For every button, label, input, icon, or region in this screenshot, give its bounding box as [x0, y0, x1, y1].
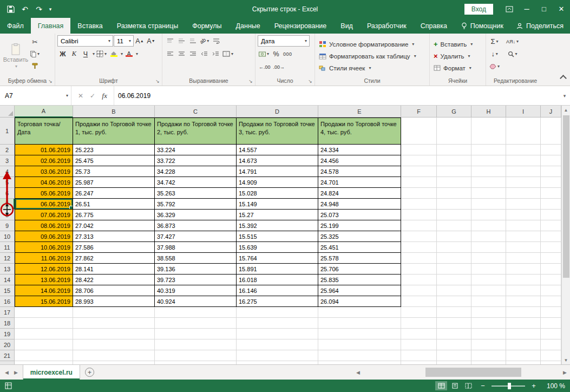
cell-H6[interactable]: [471, 188, 506, 199]
merge-center-button[interactable]: ▾: [221, 48, 234, 60]
cell-D2[interactable]: 14.557: [237, 145, 318, 155]
col-header-B[interactable]: B: [73, 106, 155, 117]
cell-G22[interactable]: [437, 361, 471, 364]
cell-F22[interactable]: [401, 361, 437, 364]
cell-C9[interactable]: 36.873: [155, 220, 237, 231]
cell-C11[interactable]: 37.988: [155, 242, 237, 253]
borders-button[interactable]: ▾: [95, 48, 108, 60]
zoom-slider[interactable]: [492, 386, 525, 387]
bottom-align-button[interactable]: [187, 35, 198, 47]
cell-C1[interactable]: Продажи по Торговой точке 2, тыс. руб.: [155, 117, 237, 145]
expand-formula-bar-button[interactable]: ▾: [559, 93, 570, 99]
cell-H1[interactable]: [471, 117, 506, 145]
save-button[interactable]: [4, 3, 17, 16]
row-header-5[interactable]: 5: [0, 177, 15, 188]
cell-C17[interactable]: [155, 307, 237, 318]
cell-D16[interactable]: 16.275: [237, 296, 318, 307]
zoom-out-button[interactable]: −: [479, 382, 487, 390]
cell-A20[interactable]: [15, 339, 73, 350]
row-header-12[interactable]: 12: [0, 253, 15, 264]
cell-I22[interactable]: [506, 361, 541, 364]
find-select-button[interactable]: ▾: [505, 48, 520, 60]
col-header-J[interactable]: J: [541, 106, 561, 117]
ribbon-display-options-button[interactable]: [501, 0, 518, 18]
col-header-A[interactable]: A: [15, 106, 73, 117]
cell-F21[interactable]: [401, 350, 437, 361]
cell-I3[interactable]: [506, 155, 541, 166]
row-header-22[interactable]: 22: [0, 361, 15, 364]
cell-I10[interactable]: [506, 231, 541, 242]
cell-A4[interactable]: 03.06.2019: [15, 166, 73, 177]
insert-cells-button[interactable]: + Вставить▾: [432, 38, 483, 50]
cell-I6[interactable]: [506, 188, 541, 199]
sign-in-button[interactable]: Вход: [464, 4, 493, 15]
cell-J2[interactable]: [541, 145, 561, 155]
cell-F6[interactable]: [401, 188, 437, 199]
cell-A16[interactable]: 15.06.2019: [15, 296, 73, 307]
cell-H20[interactable]: [471, 339, 506, 350]
cell-B8[interactable]: 26.775: [73, 210, 155, 220]
cell-H19[interactable]: [471, 329, 506, 339]
cell-B1[interactable]: Продажи по Торговой точке 1, тыс. руб.: [73, 117, 155, 145]
cell-E8[interactable]: 25.073: [318, 210, 401, 220]
clear-button[interactable]: ▾: [488, 61, 501, 72]
undo-button[interactable]: ↶: [18, 3, 31, 16]
cell-I15[interactable]: [506, 285, 541, 296]
align-left-button[interactable]: [165, 48, 175, 60]
customize-qat-button[interactable]: ▾: [47, 3, 54, 16]
cell-G20[interactable]: [437, 339, 471, 350]
cell-B11[interactable]: 27.586: [73, 242, 155, 253]
cell-E5[interactable]: 24.701: [318, 177, 401, 188]
ribbon-tab-4[interactable]: Формулы: [185, 18, 228, 34]
font-color-button[interactable]: А: [123, 48, 134, 60]
clipboard-dialog-launcher[interactable]: ↘: [47, 78, 54, 84]
format-as-table-button[interactable]: Форматировать как таблицу▾: [317, 50, 427, 62]
cell-B17[interactable]: [73, 307, 155, 318]
next-sheet-arrow[interactable]: ▶: [14, 370, 18, 375]
cell-D13[interactable]: 15.891: [237, 264, 318, 275]
percent-style-button[interactable]: %: [271, 48, 281, 60]
cell-E19[interactable]: [318, 329, 401, 339]
cell-F3[interactable]: [401, 155, 437, 166]
cell-J16[interactable]: [541, 296, 561, 307]
cell-D6[interactable]: 15.028: [237, 188, 318, 199]
page-layout-view-button[interactable]: [449, 381, 461, 390]
cell-E2[interactable]: 24.334: [318, 145, 401, 155]
cell-H11[interactable]: [471, 242, 506, 253]
cell-E14[interactable]: 25.835: [318, 275, 401, 285]
cell-G8[interactable]: [437, 210, 471, 220]
wrap-text-button[interactable]: [211, 35, 221, 47]
cell-H5[interactable]: [471, 177, 506, 188]
cell-B21[interactable]: [73, 350, 155, 361]
cell-B3[interactable]: 25.475: [73, 155, 155, 166]
cell-C6[interactable]: 35.263: [155, 188, 237, 199]
row-header-18[interactable]: 18: [0, 318, 15, 329]
assistant-button[interactable]: Помощник: [455, 18, 510, 34]
font-name-combo[interactable]: Calibri▾: [57, 35, 113, 47]
cell-G17[interactable]: [437, 307, 471, 318]
cell-E12[interactable]: 25.578: [318, 253, 401, 264]
cell-C4[interactable]: 34.228: [155, 166, 237, 177]
cell-I8[interactable]: [506, 210, 541, 220]
row-header-15[interactable]: 15: [0, 285, 15, 296]
cell-J20[interactable]: [541, 339, 561, 350]
cell-D17[interactable]: [237, 307, 318, 318]
cell-D19[interactable]: [237, 329, 318, 339]
ribbon-tab-3[interactable]: Разметка страницы: [110, 18, 185, 34]
horizontal-scrollbar[interactable]: ◀ ▶: [356, 365, 570, 380]
cell-J5[interactable]: [541, 177, 561, 188]
scroll-right-arrow[interactable]: ▶: [563, 370, 567, 375]
cell-H2[interactable]: [471, 145, 506, 155]
cell-A9[interactable]: 08.06.2019: [15, 220, 73, 231]
cell-F20[interactable]: [401, 339, 437, 350]
cell-F18[interactable]: [401, 318, 437, 329]
cell-A21[interactable]: [15, 350, 73, 361]
cell-C8[interactable]: 36.329: [155, 210, 237, 220]
page-break-view-button[interactable]: [462, 381, 474, 390]
cell-I7[interactable]: [506, 199, 541, 210]
row-header-3[interactable]: 3: [0, 155, 15, 166]
cell-C12[interactable]: 38.558: [155, 253, 237, 264]
sort-filter-button[interactable]: АЯ↓▾: [505, 36, 520, 47]
cell-G12[interactable]: [437, 253, 471, 264]
cell-D4[interactable]: 14.791: [237, 166, 318, 177]
